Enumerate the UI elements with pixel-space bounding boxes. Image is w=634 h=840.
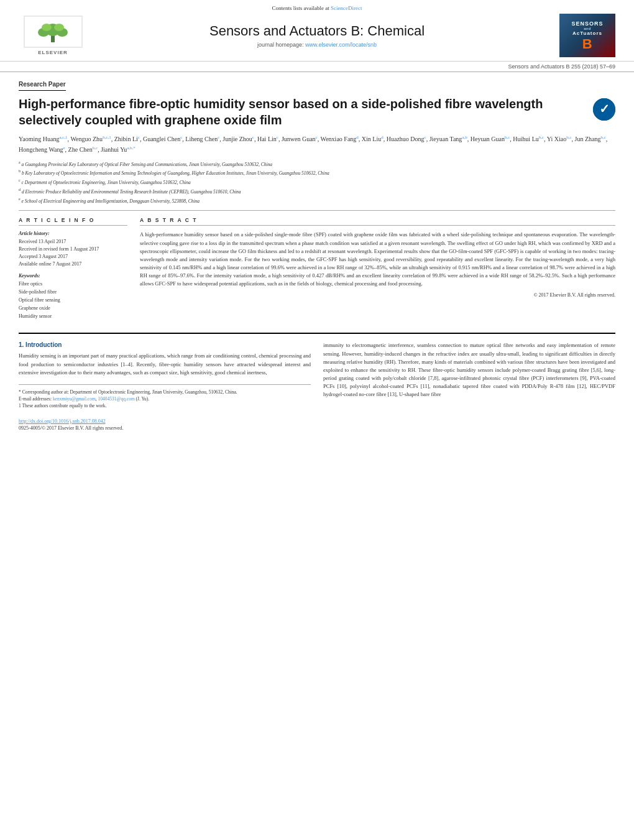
main-divider xyxy=(19,333,615,334)
affiliation-e: e e School of Electrical Engineering and… xyxy=(19,196,615,205)
keyword-1: Fibre optics xyxy=(19,280,127,288)
sensors-logo-actuators: AcTuators xyxy=(572,30,602,36)
available-date: Available online 7 August 2017 xyxy=(19,261,127,268)
footnote-email: E-mail addresses: kenxmiyu@gmail.com, 10… xyxy=(19,395,311,402)
contents-text: Contents lists available at xyxy=(272,5,329,11)
keyword-2: Side-polished fibre xyxy=(19,288,127,297)
citation-bar: Sensors and Actuators B 255 (2018) 57–69 xyxy=(0,62,634,72)
article-info-column: A R T I C L E I N F O Article history: R… xyxy=(19,217,127,325)
accepted-date: Accepted 3 August 2017 xyxy=(19,253,127,261)
sensors-actuators-logo: SENSORS and AcTuators B xyxy=(559,14,615,57)
affiliation-a: a a Guangdong Provincial Key Laboratory … xyxy=(19,160,615,168)
crossmark-badge: ✓ xyxy=(593,98,615,121)
journal-header: Contents lists available at ScienceDirec… xyxy=(0,0,634,62)
abstract-column: A B S T R A C T A high-performance humid… xyxy=(140,217,615,325)
introduction-section: 1. Introduction Humidity sensing is an i… xyxy=(19,341,615,430)
keyword-5: Humidity sensor xyxy=(19,313,127,321)
elsevier-logo-area: ELSEVIER xyxy=(19,16,87,55)
sciencedirect-link[interactable]: ScienceDirect xyxy=(331,5,362,11)
crossmark-icon: ✓ xyxy=(593,98,615,121)
sensors-logo-b: B xyxy=(582,37,592,51)
header-center: Sensors and Actuators B: Chemical journa… xyxy=(87,23,547,48)
doi-footer: http://dx.doi.org/10.1016/j.snb.2017.08.… xyxy=(19,416,311,431)
header-main: ELSEVIER Sensors and Actuators B: Chemic… xyxy=(19,14,615,57)
svg-point-5 xyxy=(54,24,64,31)
divider-1 xyxy=(19,210,615,211)
page: Contents lists available at ScienceDirec… xyxy=(0,0,634,840)
abstract-copyright: © 2017 Elsevier B.V. All rights reserved… xyxy=(140,292,615,298)
sensors-logo-sensors: SENSORS xyxy=(571,21,603,27)
article-history-section: Article history: Received 13 April 2017 … xyxy=(19,231,127,268)
intro-text-left: Humidity sensing is an important part of… xyxy=(19,352,311,377)
intro-heading: 1. Introduction xyxy=(19,341,311,348)
svg-text:✓: ✓ xyxy=(599,102,610,116)
affiliation-b: b b Key Laboratory of Optoelectronic Inf… xyxy=(19,168,615,177)
title-section: High-performance fibre-optic humidity se… xyxy=(19,96,615,128)
journal-homepage: journal homepage: www.elsevier.com/locat… xyxy=(87,42,547,48)
intro-col-right: immunity to electromagnetic interference… xyxy=(323,341,615,430)
elsevier-text: ELSEVIER xyxy=(38,50,68,55)
elsevier-logo: ELSEVIER xyxy=(19,16,87,55)
abstract-text: A high-performance humidity sensor based… xyxy=(140,231,615,288)
journal-title: Sensors and Actuators B: Chemical xyxy=(87,23,547,39)
keywords-list: Fibre optics Side-polished fibre Optical… xyxy=(19,280,127,320)
received-revised-date: Received in revised form 1 August 2017 xyxy=(19,246,127,253)
footnote-corresponding: * Corresponding author at: Department of… xyxy=(19,389,311,395)
footnote-email2[interactable]: 10404531@qq.com xyxy=(98,396,135,402)
svg-point-4 xyxy=(42,24,52,31)
footnote-email1[interactable]: kenxmiyu@gmail.com xyxy=(53,396,96,402)
footnote-email-suffix: (J. Yu). xyxy=(136,396,150,402)
homepage-text: journal homepage: xyxy=(257,42,304,48)
homepage-link[interactable]: www.elsevier.com/locate/snb xyxy=(305,42,377,48)
footnote-email-label: E-mail addresses: xyxy=(19,396,53,402)
citation-text: Sensors and Actuators B 255 (2018) 57–69 xyxy=(508,63,615,70)
received-date: Received 13 April 2017 xyxy=(19,238,127,246)
affiliation-d: d d Electronic Produce Reliability and E… xyxy=(19,187,615,195)
issn-copyright: 0925-4005/© 2017 Elsevier B.V. All right… xyxy=(19,425,311,431)
footnote-equal: 1 These authors contribute equally to th… xyxy=(19,402,311,409)
article-title: High-performance fibre-optic humidity se… xyxy=(19,96,584,128)
authors-text: Yaoming Huanga,c,1, Wenguo Zhub,c,1, Zhi… xyxy=(19,136,607,152)
doi-link[interactable]: http://dx.doi.org/10.1016/j.snb.2017.08.… xyxy=(19,418,311,424)
crossmark-svg: ✓ xyxy=(593,98,615,121)
paper-type-label: Research Paper xyxy=(19,81,66,91)
keywords-section: Keywords: Fibre optics Side-polished fib… xyxy=(19,273,127,320)
authors-list: Yaoming Huanga,c,1, Wenguo Zhub,c,1, Zhi… xyxy=(19,134,615,155)
article-info-heading: A R T I C L E I N F O xyxy=(19,217,127,226)
article-history-title: Article history: xyxy=(19,231,127,236)
affiliations-list: a a Guangdong Provincial Key Laboratory … xyxy=(19,160,615,205)
sensors-logo-area: SENSORS and AcTuators B xyxy=(547,14,615,57)
abstract-heading: A B S T R A C T xyxy=(140,217,615,226)
intro-col-left: 1. Introduction Humidity sensing is an i… xyxy=(19,341,311,430)
keywords-title: Keywords: xyxy=(19,273,127,279)
footnotes-section: * Corresponding author at: Department of… xyxy=(19,384,311,410)
article-info-abstract-section: A R T I C L E I N F O Article history: R… xyxy=(19,217,615,325)
elsevier-logo-svg xyxy=(31,20,75,44)
keyword-3: Optical fibre sensing xyxy=(19,297,127,305)
affiliation-c: c c Department of Optoelectronic Enginee… xyxy=(19,178,615,186)
header-top-bar: Contents lists available at ScienceDirec… xyxy=(19,5,615,11)
main-content: Research Paper High-performance fibre-op… xyxy=(0,72,634,437)
intro-text-right: immunity to electromagnetic interference… xyxy=(323,341,615,399)
elsevier-logo-box xyxy=(24,16,83,48)
keyword-4: Graphene oxide xyxy=(19,305,127,313)
